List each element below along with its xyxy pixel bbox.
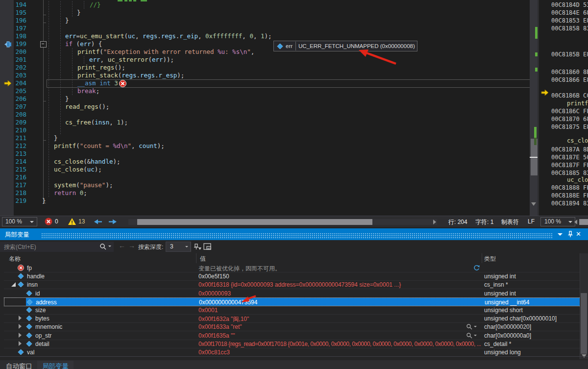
indent-guide — [49, 1, 49, 197]
locals-row-size[interactable]: size0x0001unsigned short — [4, 306, 580, 315]
fold-collapse-button[interactable] — [40, 41, 47, 48]
expander-closed-icon[interactable] — [19, 333, 22, 338]
search-forward-icon[interactable]: → — [128, 242, 135, 249]
scroll-down-arrow[interactable] — [582, 354, 587, 360]
indent-guide — [72, 1, 73, 17]
variable-value[interactable]: 0x00f17018 {regs_read=0x00f17018 {0x001e… — [198, 341, 483, 347]
locals-row-fp[interactable]: fp变量已被优化掉，因而不可用。 — [4, 264, 580, 272]
variable-value[interactable]: 0x00f16318 {id=0x00000093 address=0x0000… — [198, 281, 483, 288]
code-line-200: printf("Exception with error returned %u… — [77, 48, 254, 56]
disasm-line: 00C81858 83 — [551, 25, 588, 32]
chevron-down-icon[interactable] — [474, 326, 477, 329]
warning-count-icon[interactable] — [68, 218, 76, 225]
error-count[interactable]: 0 — [55, 218, 58, 225]
locals-row-detail[interactable]: detail0x00f17018 {regs_read=0x00f17018 {… — [4, 340, 580, 348]
locals-row-id[interactable]: id0x00000093unsigned int — [4, 289, 580, 298]
locals-title-bar[interactable]: 局部变量 ✕ — [0, 228, 588, 240]
search-depth-select[interactable]: 3 — [166, 242, 191, 252]
locals-row-op_str[interactable]: op_str0x00f1635a ""char[0x000000a0] — [4, 331, 580, 340]
status-tabs: 制表符 — [501, 218, 519, 226]
field-icon — [18, 349, 24, 355]
search-input[interactable]: 搜索(Ctrl+E) — [0, 242, 114, 252]
chevron-down-icon[interactable] — [108, 246, 111, 248]
column-header-value[interactable]: 值 — [200, 255, 206, 263]
search-placeholder: 搜索(Ctrl+E) — [4, 243, 36, 251]
navigate-back-icon[interactable] — [94, 219, 102, 225]
locals-row-mnemonic[interactable]: mnemonic0x00f1633a "ret"char[0x00000020] — [4, 322, 580, 331]
magnifier-icon[interactable] — [466, 332, 472, 339]
locals-row-handle[interactable]: handle0x00e5f150unsigned int — [4, 272, 580, 281]
line-number: 195 — [14, 9, 26, 17]
window-position-icon[interactable] — [558, 233, 563, 238]
zoom-selector[interactable]: 100 % — [2, 217, 37, 226]
pin-icon[interactable] — [567, 230, 573, 238]
hscroll-right-arrow[interactable] — [433, 220, 436, 224]
caret-position-mark — [530, 157, 538, 158]
indent-guide — [84, 1, 84, 9]
disasm-zoom-selector[interactable]: 100 % — [540, 217, 575, 226]
expander-closed-icon[interactable] — [19, 341, 22, 346]
code-line-211: } — [54, 134, 58, 142]
disasm-zoom-level: 100 % — [544, 218, 561, 225]
close-icon[interactable]: ✕ — [576, 230, 581, 238]
code-line-194: //} — [90, 1, 101, 9]
code-line-199: if (err) { — [65, 40, 102, 48]
annotation-arrow — [338, 47, 402, 69]
column-header-type[interactable]: 类型 — [484, 255, 496, 263]
code-editor[interactable]: 194//}195}196}197198err=uc_emu_start(uc,… — [0, 0, 588, 216]
navigate-forward-icon[interactable] — [108, 219, 117, 225]
chevron-down-icon[interactable] — [474, 335, 477, 338]
locals-row-val[interactable]: val0x00c81cc3unsigned long — [4, 348, 580, 356]
magnifier-icon[interactable] — [466, 323, 472, 330]
pin-icon[interactable] — [4, 41, 12, 48]
datatip-separator — [295, 42, 296, 50]
locals-row-address[interactable]: address0x0000000000473594unsigned __int6… — [4, 297, 581, 306]
line-number: 194 — [14, 1, 26, 9]
clipped-comment-fragment — [118, 0, 122, 1]
variable-name: op_str — [35, 332, 51, 339]
column-header-name[interactable]: 名称 — [9, 255, 21, 263]
line-number: 207 — [14, 103, 26, 111]
field-icon — [26, 323, 32, 330]
expander-open-icon[interactable] — [11, 282, 16, 287]
variable-value[interactable]: 0x00f1633a "ret" — [198, 323, 483, 330]
scroll-down-arrow[interactable] — [531, 202, 536, 208]
disasm-hscroll-left-arrow[interactable] — [574, 220, 577, 224]
code-line-207: read_regs(); — [65, 103, 109, 111]
breakpoint-error-icon[interactable] — [119, 80, 126, 87]
expander-closed-icon[interactable] — [19, 324, 22, 329]
line-number: 206 — [14, 95, 26, 103]
variable-value[interactable]: 0x0001 — [198, 307, 483, 314]
warning-count[interactable]: 13 — [78, 218, 85, 225]
disasm-hscrollbar-thumb[interactable] — [579, 219, 588, 225]
fold-line — [43, 0, 44, 41]
panel-tab-inactive[interactable]: 自动窗口 — [1, 361, 37, 369]
locals-row-insn[interactable]: insn0x00f16318 {id=0x00000093 address=0x… — [4, 280, 580, 289]
breakpoint-margin[interactable] — [0, 0, 14, 216]
expander-closed-icon[interactable] — [19, 316, 22, 320]
locals-row-bytes[interactable]: bytes0x00f1632a "闽,10"unsigned char[0x00… — [4, 314, 580, 323]
panel-tab-active[interactable]: 局部变量 — [37, 361, 74, 369]
format-values-icon[interactable]: ab — [203, 243, 212, 250]
disassembly-pane[interactable]: 00C8184D 5300C8184E 6800C81853 E800C8185… — [539, 0, 588, 216]
variable-type: unsigned short — [484, 307, 523, 314]
refresh-icon[interactable] — [473, 265, 480, 271]
search-back-icon[interactable]: ← — [119, 242, 125, 249]
code-line-212: printf("count = %d\n", count); — [54, 142, 165, 150]
zoom-level: 100 % — [5, 218, 22, 225]
disasm-line: 00C81888 FF — [551, 184, 588, 192]
editor-vertical-scrollbar[interactable] — [530, 0, 538, 216]
editor-hscrollbar-thumb[interactable] — [137, 219, 372, 225]
search-icon[interactable] — [99, 243, 106, 250]
variable-value[interactable]: 0x00f1635a "" — [198, 332, 483, 339]
code-line-209: cs_free(insn, 1); — [65, 119, 128, 126]
status-line: 行: 204 — [448, 218, 467, 226]
locals-scrollbar-thumb[interactable] — [581, 293, 587, 354]
variable-value[interactable]: 0x00c81cc3 — [198, 349, 483, 356]
error-count-icon[interactable] — [45, 218, 52, 225]
pin-to-source-icon[interactable] — [194, 243, 201, 251]
variable-value[interactable]: 0x00e5f150 — [198, 273, 483, 280]
indent-guide — [72, 48, 73, 95]
variable-type: unsigned __int64 — [485, 299, 529, 306]
variable-name: detail — [35, 341, 49, 347]
